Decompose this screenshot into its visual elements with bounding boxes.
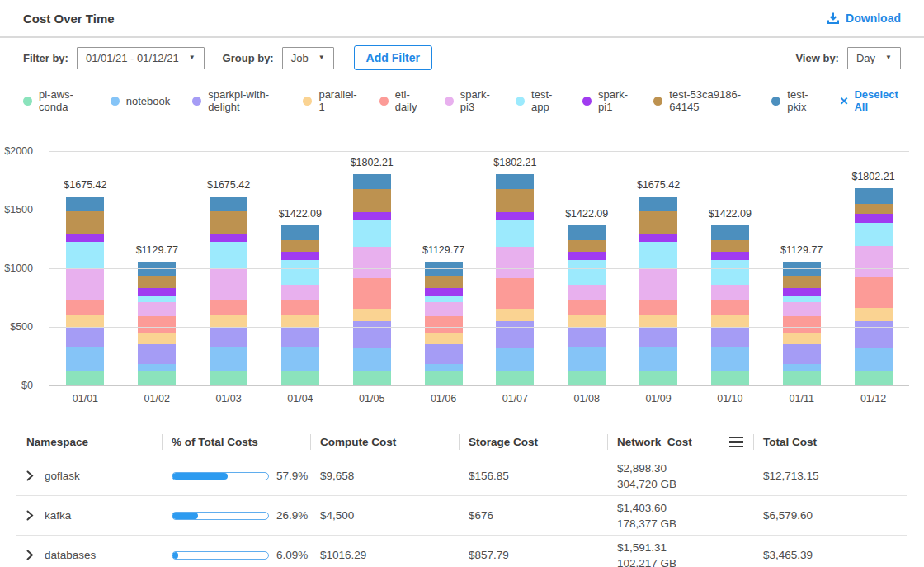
bar-segment-sparkpi-with-delight[interactable] (855, 321, 893, 348)
column-header-namespace[interactable]: Namespace (16, 428, 162, 456)
bar-segment-etl-daily[interactable] (281, 300, 319, 315)
legend-item-test-pkix[interactable]: test-pkix (771, 88, 817, 113)
bar-segment-spark-pi3[interactable] (855, 246, 893, 277)
bar-segment-spark-pi3[interactable] (353, 247, 391, 278)
stacked-bar-01/03[interactable] (210, 197, 248, 385)
bar-segment-notebook[interactable] (210, 347, 248, 371)
bar-segment-test-app[interactable] (210, 242, 248, 268)
bar-segment-test-53ca9186-64145[interactable] (639, 211, 677, 233)
bar-segment-etl-daily[interactable] (138, 316, 176, 333)
bar-segment-test-app[interactable] (639, 242, 677, 268)
stacked-bar-01/12[interactable] (855, 188, 893, 385)
bar-segment-spark-pi1[interactable] (66, 234, 104, 243)
bar-segment-test-53ca9186-64145[interactable] (425, 276, 463, 288)
bar-segment-pi-aws-conda[interactable] (138, 371, 176, 385)
bar-segment-sparkpi-with-delight[interactable] (639, 328, 677, 347)
bar-segment-parallel-1[interactable] (711, 315, 749, 328)
bar-segment-spark-pi3[interactable] (783, 302, 821, 316)
bar-segment-notebook[interactable] (639, 347, 677, 371)
bar-segment-sparkpi-with-delight[interactable] (783, 344, 821, 364)
date-range-select[interactable]: 01/01/21 - 01/12/21 ▼ (77, 47, 205, 69)
bar-segment-test-53ca9186-64145[interactable] (210, 211, 248, 233)
column-header-storage-cost[interactable]: Storage Cost (459, 428, 607, 456)
legend-item-spark-pi3[interactable]: spark-pi3 (445, 88, 493, 113)
bar-segment-test-app[interactable] (496, 220, 534, 247)
bar-segment-pi-aws-conda[interactable] (353, 371, 391, 385)
bar-segment-parallel-1[interactable] (568, 315, 606, 328)
legend-item-notebook[interactable]: notebook (111, 95, 171, 107)
legend-item-test-53ca9186-64145[interactable]: test-53ca9186-64145 (653, 88, 749, 113)
bar-segment-sparkpi-with-delight[interactable] (425, 344, 463, 364)
bar-segment-parallel-1[interactable] (425, 333, 463, 344)
bar-segment-spark-pi3[interactable] (639, 268, 677, 300)
bar-segment-spark-pi1[interactable] (281, 252, 319, 260)
bar-segment-test-app[interactable] (66, 242, 104, 268)
bar-segment-pi-aws-conda[interactable] (783, 371, 821, 385)
bar-segment-parallel-1[interactable] (138, 333, 176, 344)
bar-segment-test-53ca9186-64145[interactable] (711, 240, 749, 252)
bar-segment-test-app[interactable] (425, 296, 463, 302)
bar-segment-parallel-1[interactable] (496, 309, 534, 321)
stacked-bar-01/05[interactable] (353, 174, 391, 385)
bar-segment-test-app[interactable] (783, 296, 821, 302)
bar-segment-etl-daily[interactable] (855, 277, 893, 308)
bar-segment-etl-daily[interactable] (496, 278, 534, 309)
bar-segment-parallel-1[interactable] (66, 315, 104, 328)
bar-segment-spark-pi1[interactable] (353, 212, 391, 220)
bar-segment-test-pkix[interactable] (855, 188, 893, 204)
legend-item-spark-pi1[interactable]: spark-pi1 (582, 88, 631, 113)
download-button[interactable]: Download (827, 12, 901, 25)
bar-segment-test-pkix[interactable] (425, 262, 463, 276)
table-row-databases[interactable]: databases6.09%$1016.29$857.79$1,591.3110… (16, 536, 908, 567)
bar-segment-notebook[interactable] (496, 348, 534, 371)
group-by-select[interactable]: Job ▼ (282, 47, 334, 69)
bar-segment-spark-pi3[interactable] (425, 302, 463, 316)
bar-segment-test-53ca9186-64145[interactable] (281, 240, 319, 252)
deselect-all-button[interactable]: ✕ Deselect All (839, 88, 901, 113)
column-header-compute-cost[interactable]: Compute Cost (310, 428, 459, 456)
bar-segment-pi-aws-conda[interactable] (210, 371, 248, 385)
bar-segment-test-pkix[interactable] (353, 174, 391, 189)
expand-row-button[interactable] (26, 470, 34, 481)
bar-segment-sparkpi-with-delight[interactable] (711, 328, 749, 347)
bar-segment-etl-daily[interactable] (425, 316, 463, 333)
bar-segment-parallel-1[interactable] (783, 333, 821, 344)
bar-segment-spark-pi3[interactable] (496, 247, 534, 278)
table-row-goflask[interactable]: goflask57.9%$9,658$156.85$2,898.30304,72… (16, 456, 908, 496)
bar-segment-sparkpi-with-delight[interactable] (568, 328, 606, 347)
bar-segment-spark-pi3[interactable] (711, 285, 749, 300)
bar-segment-parallel-1[interactable] (210, 315, 248, 328)
column-menu-icon[interactable] (729, 437, 743, 448)
bar-segment-notebook[interactable] (281, 347, 319, 371)
bar-segment-spark-pi1[interactable] (210, 234, 248, 243)
bar-segment-pi-aws-conda[interactable] (496, 371, 534, 385)
legend-item-parallel-1[interactable]: parallel-1 (303, 88, 356, 113)
bar-segment-parallel-1[interactable] (855, 308, 893, 321)
bar-segment-test-53ca9186-64145[interactable] (66, 211, 104, 233)
bar-segment-notebook[interactable] (855, 348, 893, 371)
bar-segment-test-pkix[interactable] (568, 225, 606, 240)
bar-segment-spark-pi1[interactable] (783, 288, 821, 296)
bar-segment-test-pkix[interactable] (783, 262, 821, 276)
view-by-select[interactable]: Day ▼ (847, 47, 901, 69)
stacked-bar-01/09[interactable] (639, 197, 677, 385)
stacked-bar-01/10[interactable] (711, 225, 749, 385)
bar-segment-test-app[interactable] (281, 260, 319, 285)
bar-segment-etl-daily[interactable] (210, 300, 248, 315)
bar-segment-pi-aws-conda[interactable] (281, 371, 319, 385)
bar-segment-spark-pi1[interactable] (425, 288, 463, 296)
bar-segment-etl-daily[interactable] (639, 300, 677, 315)
bar-segment-test-app[interactable] (711, 260, 749, 285)
bar-segment-pi-aws-conda[interactable] (425, 371, 463, 385)
bar-segment-notebook[interactable] (353, 348, 391, 371)
bar-segment-test-app[interactable] (855, 223, 893, 246)
legend-item-pi-aws-conda[interactable]: pi-aws-conda (23, 88, 88, 113)
bar-segment-test-53ca9186-64145[interactable] (568, 240, 606, 252)
bar-segment-test-pkix[interactable] (711, 225, 749, 240)
bar-segment-notebook[interactable] (783, 364, 821, 371)
bar-segment-test-53ca9186-64145[interactable] (783, 276, 821, 288)
legend-item-sparkpi-with-delight[interactable]: sparkpi-with-delight (192, 88, 280, 113)
column-header-network-cost[interactable]: Network Cost (607, 428, 753, 456)
legend-item-test-app[interactable]: test-app (516, 88, 560, 113)
bar-segment-test-pkix[interactable] (138, 262, 176, 276)
